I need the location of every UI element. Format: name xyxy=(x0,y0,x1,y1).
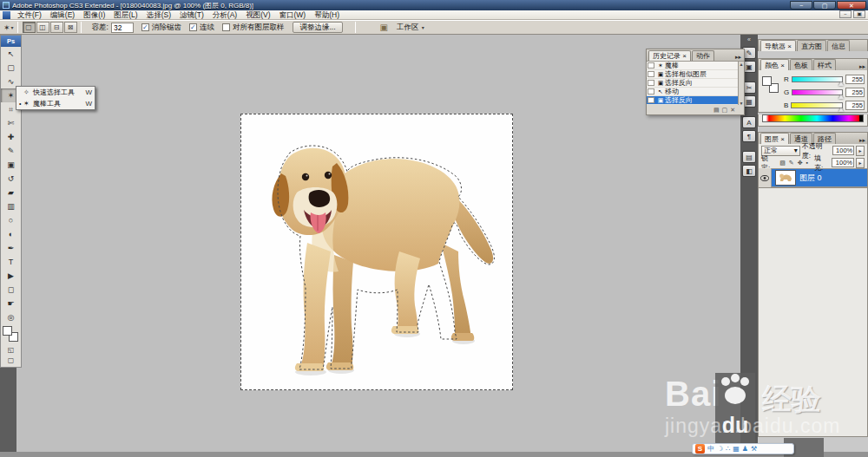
close-tab-icon[interactable]: × xyxy=(682,52,687,60)
new-selection-button[interactable]: ▢ xyxy=(23,22,36,33)
tab-styles[interactable]: 样式 xyxy=(813,59,836,70)
history-source-checkbox[interactable] xyxy=(648,88,654,95)
tab-swatches[interactable]: 色板 xyxy=(790,59,812,70)
intersect-selection-button[interactable]: ⊠ xyxy=(64,22,77,33)
fill-value[interactable]: 100% xyxy=(832,158,854,167)
shape-tool[interactable]: ◻ xyxy=(1,283,21,297)
workspace-button[interactable]: 工作区 ▾ xyxy=(397,23,424,33)
close-tab-icon[interactable]: × xyxy=(787,42,792,50)
pen-tool[interactable]: ✒ xyxy=(1,241,21,255)
history-source-checkbox[interactable] xyxy=(648,71,654,77)
scroll-down-icon[interactable]: ▼ xyxy=(739,101,744,105)
quick-mask-button[interactable]: ◱ xyxy=(1,345,21,356)
ps-logo[interactable]: Ps xyxy=(1,36,21,47)
panel-menu-icon[interactable]: ▸▸ xyxy=(733,54,744,61)
eraser-tool[interactable]: ▰ xyxy=(1,186,21,199)
foreground-color-swatch[interactable] xyxy=(3,326,12,336)
history-step[interactable]: ▣ 选择反向 xyxy=(647,79,744,88)
panel-menu-icon[interactable]: ▸▸ xyxy=(859,137,867,144)
slider-handle[interactable] xyxy=(838,95,844,99)
doc-restore-button[interactable]: ▣ xyxy=(853,10,865,18)
tab-color[interactable]: 颜色 × xyxy=(760,59,789,70)
tab-layers[interactable]: 图层 × xyxy=(760,133,789,144)
history-brush-tool[interactable]: ↺ xyxy=(1,172,21,186)
refine-edge-button[interactable]: 调整边缘... xyxy=(293,22,342,33)
add-to-selection-button[interactable]: ◫ xyxy=(36,22,49,33)
opacity-value[interactable]: 100% xyxy=(832,146,854,155)
close-tab-icon[interactable]: × xyxy=(780,135,785,143)
history-step[interactable]: ▣ 选择相似图层 xyxy=(647,70,744,79)
menu-select[interactable]: 选择(S) xyxy=(142,10,175,20)
menu-analysis[interactable]: 分析(A) xyxy=(208,10,241,20)
dodge-tool[interactable]: ◐ xyxy=(1,227,21,241)
move-tool[interactable]: ↖ xyxy=(1,47,21,61)
zoom-tool[interactable]: ◎ xyxy=(1,310,21,324)
punctuation-icon[interactable]: ∴ xyxy=(726,444,730,454)
healing-brush-tool[interactable]: ✚ xyxy=(1,130,21,144)
slice-tool[interactable]: ✄ xyxy=(1,116,21,130)
history-source-checkbox[interactable] xyxy=(648,97,654,103)
menu-image[interactable]: 图像(I) xyxy=(79,10,109,20)
tab-navigator[interactable]: 导航器 × xyxy=(760,40,796,51)
blur-tool[interactable]: ○ xyxy=(1,213,21,227)
anti-alias-checkbox[interactable]: ✓ 消除锯齿 xyxy=(141,23,181,33)
green-slider[interactable] xyxy=(792,89,843,95)
scroll-up-icon[interactable]: ▲ xyxy=(739,62,744,67)
tool-preset-caret-icon[interactable]: ▾ xyxy=(11,24,14,30)
document-canvas[interactable] xyxy=(240,114,513,390)
lock-all-icon[interactable]: ▪ xyxy=(806,160,809,166)
green-value[interactable]: 255 xyxy=(845,88,865,97)
blue-value[interactable]: 255 xyxy=(845,101,865,110)
foreground-color-swatch[interactable] xyxy=(762,76,772,86)
menu-help[interactable]: 帮助(H) xyxy=(310,10,344,20)
half-width-icon[interactable]: ☽ xyxy=(717,444,723,454)
layer-visibility-toggle[interactable] xyxy=(759,168,772,187)
character-panel-icon[interactable]: A xyxy=(742,116,756,128)
sample-all-layers-checkbox[interactable]: 对所有图层取样 xyxy=(222,23,285,33)
gradient-tool[interactable]: ▥ xyxy=(1,199,21,213)
layer-comps-panel-icon[interactable]: ◧ xyxy=(742,165,756,177)
history-source-checkbox[interactable] xyxy=(648,80,654,86)
title-bar[interactable]: Adobe Photoshop CS3 Extended - [01800400… xyxy=(0,0,868,10)
flyout-item-quick-selection[interactable]: ✧ 快速选择工具 W xyxy=(16,87,95,98)
type-tool[interactable]: T xyxy=(1,255,21,269)
skin-icon[interactable]: ♟ xyxy=(742,444,748,454)
toolbox-icon[interactable]: ⚒ xyxy=(751,444,757,454)
red-value[interactable]: 255 xyxy=(845,75,865,84)
path-selection-tool[interactable]: ▶ xyxy=(1,269,21,283)
menu-file[interactable]: 文件(F) xyxy=(13,10,46,20)
bridge-icon[interactable]: ▣ xyxy=(380,23,388,32)
slider-handle[interactable] xyxy=(838,82,844,86)
close-tab-icon[interactable]: × xyxy=(780,62,785,69)
maximize-button[interactable]: ▢ xyxy=(813,1,836,10)
screen-mode-button[interactable]: ▢ xyxy=(1,356,21,366)
panel-menu-icon[interactable]: ▸▸ xyxy=(859,63,867,70)
history-step[interactable]: ↖ 移动 xyxy=(647,88,744,96)
menu-layer[interactable]: 图层(L) xyxy=(109,10,141,20)
fill-spinner-icon[interactable]: ▸ xyxy=(856,158,865,168)
minimize-button[interactable]: − xyxy=(790,1,812,10)
menu-window[interactable]: 窗口(W) xyxy=(275,10,311,20)
menu-filter[interactable]: 滤镜(T) xyxy=(175,10,208,20)
paragraph-panel-icon[interactable]: ¶ xyxy=(742,130,756,142)
clone-stamp-tool[interactable]: ▣ xyxy=(1,158,21,172)
history-source-checkbox[interactable] xyxy=(648,62,654,69)
subtract-from-selection-button[interactable]: ⊟ xyxy=(50,22,63,33)
close-button[interactable]: ✕ xyxy=(837,1,866,10)
flyout-item-magic-wand[interactable]: • ✶ 魔棒工具 W xyxy=(16,98,95,109)
tolerance-input[interactable] xyxy=(111,23,134,33)
slider-handle[interactable] xyxy=(838,108,844,112)
red-slider[interactable] xyxy=(792,76,843,82)
rectangular-marquee-tool[interactable]: ▢ xyxy=(1,61,21,75)
history-step-selected[interactable]: ▣ 选择反向 xyxy=(647,96,744,105)
tab-history[interactable]: 历史记录 × xyxy=(648,50,691,61)
delete-state-button[interactable]: ✕ xyxy=(730,107,735,114)
history-scrollbar[interactable]: ▲ ▼ xyxy=(738,62,744,105)
tab-info[interactable]: 信息 xyxy=(827,40,850,51)
lock-position-icon[interactable]: ✥ xyxy=(797,160,804,166)
hand-tool[interactable]: ☛ xyxy=(1,297,21,310)
layer-row-selected[interactable]: 图层 0 xyxy=(759,168,867,187)
lock-image-icon[interactable]: ✎ xyxy=(788,160,795,166)
doc-minimize-button[interactable]: − xyxy=(839,10,852,18)
menu-view[interactable]: 视图(V) xyxy=(241,10,274,20)
